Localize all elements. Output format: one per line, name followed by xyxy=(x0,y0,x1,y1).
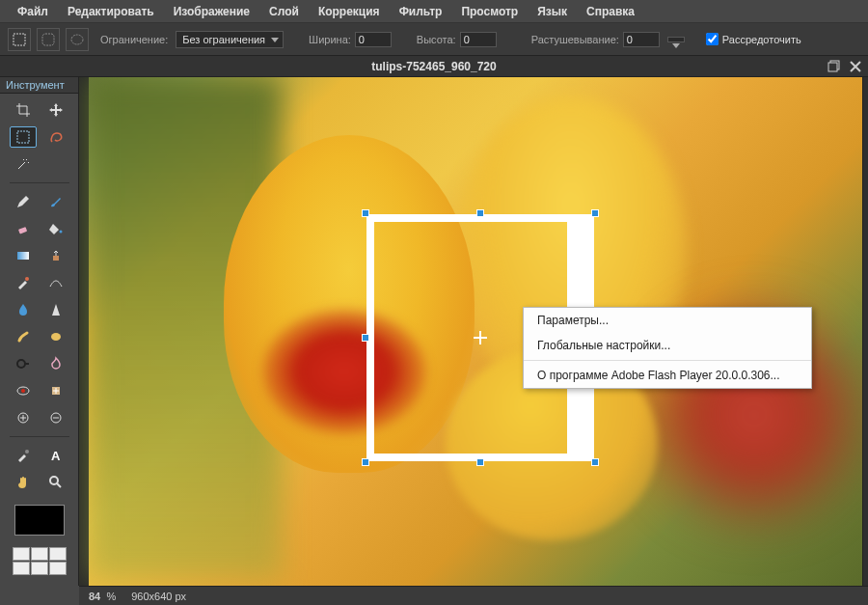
canvas-dimensions: 960x640 px xyxy=(131,591,186,602)
svg-point-14 xyxy=(21,389,25,393)
resize-handle-tr[interactable] xyxy=(591,209,599,217)
canvas-area[interactable]: Параметры... Глобальные настройки... О п… xyxy=(79,77,868,586)
resize-handle-tl[interactable] xyxy=(362,209,369,217)
sponge-tool-icon[interactable] xyxy=(42,326,69,347)
pencil-tool-icon[interactable] xyxy=(10,191,37,212)
marquee-rounded-icon[interactable] xyxy=(37,28,60,51)
palette-cell[interactable] xyxy=(13,562,30,575)
marquee-ellipse-icon[interactable] xyxy=(66,28,89,51)
dodge-tool-icon[interactable] xyxy=(10,353,37,374)
palette-cell[interactable] xyxy=(49,562,67,575)
menu-file[interactable]: Файл xyxy=(8,1,58,22)
svg-point-18 xyxy=(25,450,29,454)
menu-image[interactable]: Изображение xyxy=(164,1,259,22)
document-title: tulips-752465_960_720 xyxy=(371,60,496,73)
burn-tool-icon[interactable] xyxy=(42,353,69,374)
width-label: Ширина: xyxy=(309,34,351,45)
scatter-checkbox[interactable]: Рассредоточить xyxy=(706,33,801,45)
resize-handle-ml[interactable] xyxy=(362,334,369,342)
toolbox: A xyxy=(0,94,78,583)
color-palette xyxy=(13,547,67,575)
sharpen-tool-icon[interactable] xyxy=(42,299,69,320)
workspace: Инструмент xyxy=(0,77,868,586)
svg-rect-1 xyxy=(42,34,54,45)
pinch-tool-icon[interactable] xyxy=(42,407,69,428)
menu-filter[interactable]: Фильтр xyxy=(390,1,452,22)
status-bar: 84 % 960x640 px xyxy=(79,586,868,605)
menu-adjust[interactable]: Коррекция xyxy=(309,1,390,22)
svg-text:A: A xyxy=(51,449,61,463)
bloat-tool-icon[interactable] xyxy=(10,407,37,428)
marquee-tool-icon[interactable] xyxy=(10,126,37,148)
resize-handle-bl[interactable] xyxy=(362,458,369,466)
height-input[interactable] xyxy=(460,32,497,47)
svg-rect-9 xyxy=(53,256,59,261)
hand-tool-icon[interactable] xyxy=(10,472,37,493)
menu-edit[interactable]: Редактировать xyxy=(58,1,164,22)
lasso-tool-icon[interactable] xyxy=(42,126,69,148)
svg-rect-8 xyxy=(17,252,29,260)
svg-rect-4 xyxy=(828,63,837,71)
scatter-label: Рассредоточить xyxy=(722,34,801,45)
tool-separator xyxy=(10,182,69,183)
spot-heal-tool-icon[interactable] xyxy=(42,380,69,401)
type-tool-icon[interactable]: A xyxy=(42,445,69,466)
marquee-rect-icon[interactable] xyxy=(8,28,31,51)
constraint-label: Ограничение: xyxy=(100,34,168,45)
palette-cell[interactable] xyxy=(31,562,48,575)
height-label: Высота: xyxy=(417,34,456,45)
palette-cell[interactable] xyxy=(13,547,30,561)
zoom-value: 84 % xyxy=(89,591,116,602)
resize-handle-tm[interactable] xyxy=(476,209,484,217)
toolbox-title: Инструмент xyxy=(0,77,78,94)
draw-tool-icon[interactable] xyxy=(42,272,69,293)
menu-language[interactable]: Язык xyxy=(528,1,577,22)
width-input[interactable] xyxy=(355,32,392,47)
svg-point-11 xyxy=(51,333,61,341)
zoom-tool-icon[interactable] xyxy=(42,472,69,493)
picker-tool-icon[interactable] xyxy=(10,445,37,466)
redeye-tool-icon[interactable] xyxy=(10,380,37,401)
constraint-dropdown[interactable]: Без ограничения xyxy=(176,31,284,48)
document-titlebar: tulips-752465_960_720 xyxy=(0,56,868,77)
menu-layer[interactable]: Слой xyxy=(259,1,309,22)
move-tool-icon[interactable] xyxy=(42,99,69,121)
foreground-color-swatch[interactable] xyxy=(14,505,65,536)
context-separator xyxy=(524,360,811,361)
image-canvas[interactable]: Параметры... Глобальные настройки... О п… xyxy=(89,77,868,586)
resize-handle-br[interactable] xyxy=(591,458,599,466)
close-icon[interactable] xyxy=(849,60,862,73)
context-item-about[interactable]: О программе Adobe Flash Player 20.0.0.30… xyxy=(524,363,811,388)
svg-rect-6 xyxy=(17,227,26,234)
options-bar: Ограничение: Без ограничения Ширина: Выс… xyxy=(0,23,868,56)
wand-tool-icon[interactable] xyxy=(10,153,37,175)
smudge-tool-icon[interactable] xyxy=(10,326,37,347)
restore-window-icon[interactable] xyxy=(827,60,841,73)
scatter-check-input[interactable] xyxy=(706,33,719,45)
menu-help[interactable]: Справка xyxy=(577,1,644,22)
selection-center-icon xyxy=(474,331,487,344)
svg-rect-0 xyxy=(14,34,25,45)
feather-dropdown[interactable] xyxy=(667,37,685,42)
gradient-tool-icon[interactable] xyxy=(10,245,37,266)
palette-cell[interactable] xyxy=(49,547,67,561)
eraser-tool-icon[interactable] xyxy=(10,218,37,239)
color-replace-tool-icon[interactable] xyxy=(10,272,37,293)
clone-stamp-tool-icon[interactable] xyxy=(42,245,69,266)
context-item-global[interactable]: Глобальные настройки... xyxy=(524,333,811,358)
svg-rect-5 xyxy=(17,131,29,143)
svg-point-7 xyxy=(59,231,62,234)
brush-tool-icon[interactable] xyxy=(42,191,69,212)
bucket-tool-icon[interactable] xyxy=(42,218,69,239)
menubar: Файл Редактировать Изображение Слой Корр… xyxy=(0,0,868,23)
context-item-params[interactable]: Параметры... xyxy=(524,308,811,333)
feather-label: Растушевывание: xyxy=(531,34,619,45)
feather-input[interactable] xyxy=(623,32,660,47)
crop-tool-icon[interactable] xyxy=(10,99,37,121)
resize-handle-bm[interactable] xyxy=(476,458,484,466)
svg-point-10 xyxy=(25,277,29,281)
right-panel-collapsed[interactable] xyxy=(862,77,868,586)
menu-view[interactable]: Просмотр xyxy=(451,1,528,22)
blur-tool-icon[interactable] xyxy=(10,299,37,320)
palette-cell[interactable] xyxy=(31,547,48,561)
